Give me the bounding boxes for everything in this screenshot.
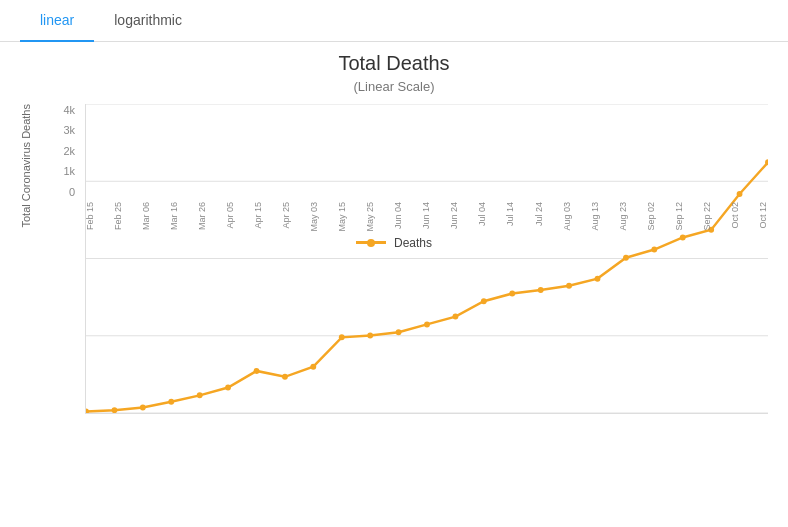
svg-point-5 bbox=[86, 409, 89, 413]
x-tick: Mar 16 bbox=[169, 202, 179, 230]
x-tick: Mar 06 bbox=[141, 202, 151, 230]
x-tick: Jul 04 bbox=[477, 202, 487, 226]
svg-point-7 bbox=[140, 405, 146, 411]
y-tick: 0 bbox=[69, 186, 75, 198]
x-tick: Jun 04 bbox=[393, 202, 403, 229]
svg-point-11 bbox=[254, 368, 260, 374]
x-tick: Jul 24 bbox=[534, 202, 544, 226]
x-tick: Oct 02 bbox=[730, 202, 740, 229]
x-axis: Feb 15Feb 25Mar 06Mar 16Mar 26Apr 05Apr … bbox=[85, 198, 768, 228]
plot-area bbox=[85, 104, 768, 414]
svg-point-28 bbox=[737, 191, 743, 197]
legend-line-icon bbox=[356, 241, 386, 244]
svg-point-8 bbox=[168, 399, 174, 405]
x-tick: May 15 bbox=[337, 202, 347, 232]
chart-subtitle: (Linear Scale) bbox=[20, 79, 768, 94]
x-tick: Aug 23 bbox=[618, 202, 628, 231]
svg-point-12 bbox=[282, 374, 288, 380]
chart-container: Total Deaths (Linear Scale) Total Corona… bbox=[0, 42, 788, 250]
x-tick: Mar 26 bbox=[197, 202, 207, 230]
chart-area: Total Coronavirus Deaths 4k3k2k1k0 bbox=[20, 104, 768, 228]
svg-point-10 bbox=[225, 384, 231, 390]
x-tick: Apr 25 bbox=[281, 202, 291, 229]
x-tick: Oct 12 bbox=[758, 202, 768, 229]
svg-point-18 bbox=[453, 314, 459, 320]
x-tick: Feb 15 bbox=[85, 202, 95, 230]
svg-point-6 bbox=[112, 407, 118, 413]
svg-point-9 bbox=[197, 392, 203, 398]
x-tick: Feb 25 bbox=[113, 202, 123, 230]
svg-point-23 bbox=[595, 276, 601, 282]
x-tick: Jul 14 bbox=[505, 202, 515, 226]
x-tick: May 25 bbox=[365, 202, 375, 232]
x-tick: Sep 12 bbox=[674, 202, 684, 231]
tab-linear[interactable]: linear bbox=[20, 0, 94, 42]
x-tick: Jun 24 bbox=[449, 202, 459, 229]
chart-title: Total Deaths bbox=[20, 52, 768, 75]
tab-bar: linear logarithmic bbox=[0, 0, 788, 42]
svg-point-22 bbox=[566, 283, 572, 289]
x-tick: May 03 bbox=[309, 202, 319, 232]
x-tick: Aug 13 bbox=[590, 202, 600, 231]
svg-point-15 bbox=[367, 333, 373, 339]
svg-point-24 bbox=[623, 255, 629, 261]
x-tick: Apr 05 bbox=[225, 202, 235, 229]
svg-point-17 bbox=[424, 321, 430, 327]
svg-point-16 bbox=[396, 329, 402, 335]
x-tick: Aug 03 bbox=[562, 202, 572, 231]
svg-point-21 bbox=[538, 287, 544, 293]
y-tick: 2k bbox=[63, 145, 75, 157]
x-tick: Apr 15 bbox=[253, 202, 263, 229]
y-axis: 4k3k2k1k0 bbox=[45, 104, 80, 198]
svg-point-19 bbox=[481, 298, 487, 304]
chart-inner: 4k3k2k1k0 bbox=[45, 104, 768, 228]
tab-logarithmic[interactable]: logarithmic bbox=[94, 0, 202, 42]
svg-point-25 bbox=[651, 247, 657, 253]
x-tick: Jun 14 bbox=[421, 202, 431, 229]
svg-point-13 bbox=[310, 364, 316, 370]
svg-point-14 bbox=[339, 334, 345, 340]
svg-point-20 bbox=[509, 290, 515, 296]
y-tick: 4k bbox=[63, 104, 75, 116]
x-tick: Sep 22 bbox=[702, 202, 712, 231]
y-tick: 3k bbox=[63, 124, 75, 136]
svg-point-26 bbox=[680, 234, 686, 240]
y-axis-label: Total Coronavirus Deaths bbox=[20, 104, 40, 228]
y-tick: 1k bbox=[63, 165, 75, 177]
x-tick: Sep 02 bbox=[646, 202, 656, 231]
